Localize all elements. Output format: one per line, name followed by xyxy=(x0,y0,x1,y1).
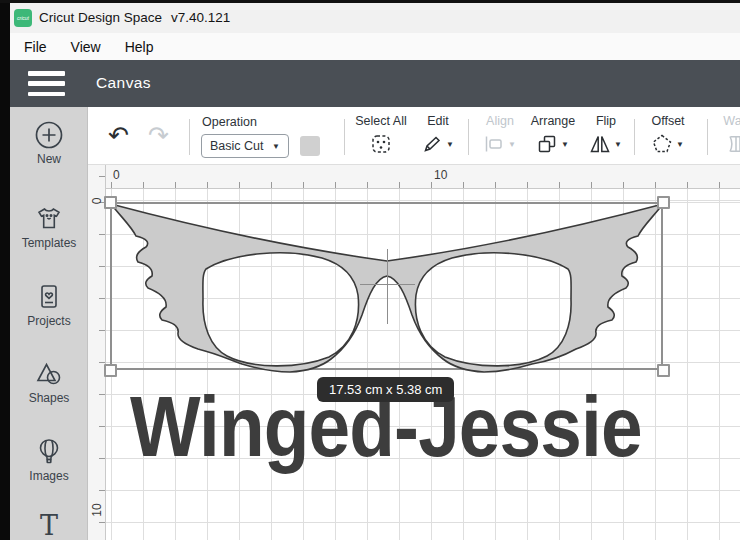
tool-label: Flip xyxy=(585,114,627,128)
plus-circle-icon xyxy=(34,120,64,150)
selection-handle-top-right[interactable] xyxy=(657,196,670,209)
operation-label: Operation xyxy=(202,115,257,129)
tool-label: Offset xyxy=(644,114,692,128)
triangle-circle-icon xyxy=(34,359,64,389)
window-title: Cricut Design Spacev7.40.121 xyxy=(39,10,230,25)
divider xyxy=(634,119,635,155)
text-tool-icon: T xyxy=(10,512,88,540)
sidebar-item-new[interactable]: New xyxy=(10,120,88,166)
chevron-down-icon: ▼ xyxy=(272,142,280,151)
sidebar-item-label: Projects xyxy=(10,314,88,328)
horizontal-ruler xyxy=(106,165,740,189)
chevron-down-icon: ▼ xyxy=(446,140,454,149)
sidebar: New Templates Projects Shapes xyxy=(10,107,88,540)
arrange-button[interactable]: Arrange ▼ xyxy=(525,114,581,155)
align-button[interactable]: Align ▼ xyxy=(478,114,522,155)
tshirt-icon xyxy=(34,204,64,234)
cricut-logo-icon: cricut xyxy=(14,9,32,27)
pencil-icon xyxy=(422,134,442,154)
sidebar-item-templates[interactable]: Templates xyxy=(10,204,88,250)
crosshair-icon xyxy=(360,284,415,285)
offset-icon xyxy=(652,134,672,154)
h-ruler-label-0: 0 xyxy=(113,168,120,182)
menu-view[interactable]: View xyxy=(61,36,111,58)
app-window: cricut Cricut Design Spacev7.40.121 File… xyxy=(0,0,740,540)
tool-label: Edit xyxy=(416,114,460,128)
crosshair-icon xyxy=(387,249,388,324)
arrange-icon xyxy=(537,134,557,154)
vertical-ruler xyxy=(88,165,106,540)
selection-handle-bottom-right[interactable] xyxy=(657,364,670,377)
page-title: Canvas xyxy=(96,74,151,92)
sidebar-item-text[interactable]: T xyxy=(10,512,88,540)
tool-label: Arrange xyxy=(525,114,581,128)
warp-icon xyxy=(727,135,740,153)
flip-icon xyxy=(590,134,610,154)
sidebar-item-label: Images xyxy=(10,469,88,483)
align-icon xyxy=(484,135,504,153)
sidebar-item-label: Templates xyxy=(10,236,88,250)
left-edge-strip xyxy=(0,3,10,540)
chevron-down-icon: ▼ xyxy=(676,140,684,149)
sidebar-item-projects[interactable]: Projects xyxy=(10,282,88,328)
divider xyxy=(707,119,708,155)
offset-button[interactable]: Offset ▼ xyxy=(644,114,692,155)
app-header: Canvas xyxy=(10,60,740,107)
selection-handle-bottom-left[interactable] xyxy=(104,364,117,377)
title-bar: cricut Cricut Design Spacev7.40.121 xyxy=(10,3,740,33)
operation-dropdown[interactable]: Basic Cut ▼ xyxy=(201,134,289,158)
hamburger-icon[interactable] xyxy=(28,71,65,96)
chevron-down-icon: ▼ xyxy=(561,140,569,149)
app-name: Cricut Design Space xyxy=(39,10,162,25)
menu-file[interactable]: File xyxy=(14,36,57,58)
v-ruler-label-0: 0 xyxy=(90,191,104,211)
edit-button[interactable]: Edit ▼ xyxy=(416,114,460,155)
menu-help[interactable]: Help xyxy=(115,36,164,58)
divider xyxy=(344,119,345,155)
operation-value: Basic Cut xyxy=(210,139,264,153)
edit-toolbar: ↶ ↷ Operation Basic Cut ▼ Select All Edi… xyxy=(88,107,740,165)
select-all-icon xyxy=(370,133,392,155)
tool-label: Align xyxy=(478,114,522,128)
selection-handle-top-left[interactable] xyxy=(104,196,117,209)
sidebar-item-label: Shapes xyxy=(10,391,88,405)
undo-icon[interactable]: ↶ xyxy=(108,121,129,151)
chevron-down-icon: ▼ xyxy=(614,140,622,149)
sidebar-item-images[interactable]: Images xyxy=(10,437,88,483)
tool-label: Select All xyxy=(352,114,410,128)
color-swatch[interactable] xyxy=(300,136,320,156)
app-version: v7.40.121 xyxy=(171,10,230,25)
size-tooltip: 17.53 cm x 5.38 cm xyxy=(317,377,454,402)
divider xyxy=(468,119,469,155)
h-ruler-label-10: 10 xyxy=(434,168,447,182)
divider xyxy=(189,119,190,155)
warp-button[interactable]: Warp xyxy=(716,114,740,155)
redo-icon[interactable]: ↷ xyxy=(148,121,169,151)
sidebar-item-label: New xyxy=(10,152,88,166)
sidebar-item-shapes[interactable]: Shapes xyxy=(10,359,88,405)
menu-bar: File View Help xyxy=(10,33,740,60)
select-all-button[interactable]: Select All xyxy=(352,114,410,155)
tool-label: Warp xyxy=(716,114,740,128)
flip-button[interactable]: Flip ▼ xyxy=(585,114,627,155)
project-card-icon xyxy=(34,282,64,312)
hot-air-balloon-icon xyxy=(34,437,64,467)
chevron-down-icon: ▼ xyxy=(508,140,516,149)
v-ruler-label-10: 10 xyxy=(90,500,104,520)
